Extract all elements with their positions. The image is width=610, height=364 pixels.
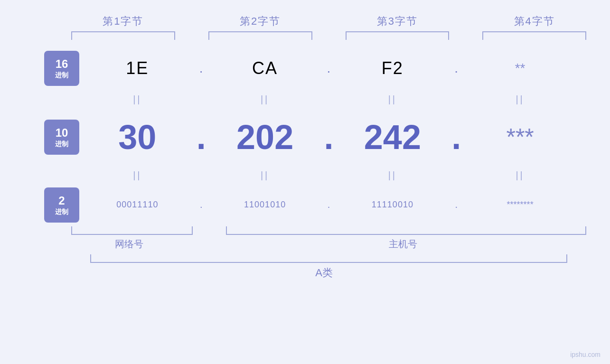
dec-label: 10 进制 [44,120,79,155]
bin-dot-3: . [455,199,458,210]
main-container: 第1字节 第2字节 第3字节 第4字节 16 进制 1E . CA . F2 [0,0,610,364]
eq-row-2: || || || || [38,163,572,187]
col-header-4: 第4字节 [478,14,591,28]
hex-dot-2: . [317,61,341,76]
bottom-labels: 网络号 主机号 [66,238,591,251]
dec-val-4: *** [506,123,534,151]
hex-dot-1: . [189,61,213,76]
dec-dot-2: . [317,118,341,157]
eq-row-1: || || || || [38,87,572,111]
bracket-4 [482,31,586,40]
dec-row: 10 进制 30 . 202 . 242 . *** [38,111,572,163]
col-header-3: 第3字节 [341,14,454,28]
eq2-3: || [388,170,397,181]
eq-1: || [133,94,141,105]
hex-label: 16 进制 [44,51,79,86]
host-bracket [226,226,586,235]
bracket-3 [346,31,450,40]
col-header-2: 第2字节 [204,14,317,28]
dec-val-3: 242 [364,118,421,157]
hex-row: 16 进制 1E . CA . F2 . ** [38,49,572,87]
bracket-1 [71,31,175,40]
bin-row: 2 进制 00011110 . 11001010 . 11110010 . **… [38,187,572,223]
dec-val-1: 30 [118,118,156,157]
dec-dot-3: . [444,118,468,157]
class-bracket [90,254,567,263]
eq2-2: || [261,170,269,181]
bin-dot-2: . [328,199,330,210]
eq-2: || [261,94,269,105]
hex-val-1: 1E [126,58,149,78]
eq-4: || [516,94,524,105]
eq-3: || [388,94,397,105]
hex-dot-3: . [444,61,468,76]
class-bracket-row [90,254,567,263]
net-label: 网络号 [66,238,192,251]
col-header-1: 第1字节 [66,14,180,28]
bin-val-3: 11110010 [372,200,413,210]
class-label: A类 [85,266,563,280]
host-label: 主机号 [216,238,591,251]
bin-val-1: 00011110 [116,200,158,210]
bin-val-2: 11001010 [244,200,286,210]
bin-dot-1: . [200,199,203,210]
eq2-1: || [133,170,141,181]
eq2-4: || [516,170,524,181]
dec-val-2: 202 [236,118,293,157]
hex-val-2: CA [252,58,278,78]
dec-dot-1: . [189,118,213,157]
hex-val-3: F2 [382,58,404,78]
net-bracket [71,226,193,235]
bottom-brackets [66,226,591,235]
bin-label: 2 进制 [44,187,79,223]
bin-val-4: ******** [507,200,534,210]
hex-val-4: ** [515,61,526,76]
bracket-2 [208,31,312,40]
watermark: ipshu.com [570,351,601,358]
